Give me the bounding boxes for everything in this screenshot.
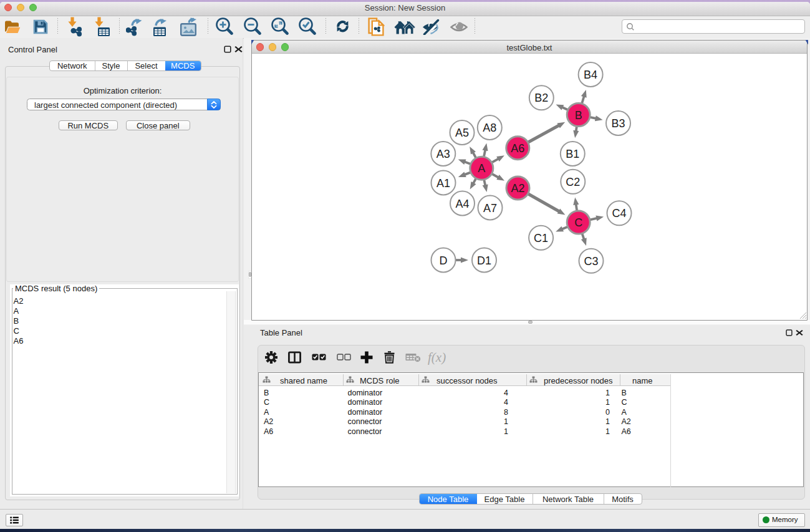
svg-text:A5: A5 [455,127,468,139]
svg-text:B: B [574,109,582,122]
svg-text:A1: A1 [436,177,450,190]
svg-text:A8: A8 [483,122,496,134]
svg-text:D: D [439,254,447,267]
svg-text:C2: C2 [566,176,580,188]
svg-text:A3: A3 [436,148,450,160]
svg-text:C: C [574,216,582,229]
svg-text:A6: A6 [511,142,524,155]
svg-text:B4: B4 [584,69,597,81]
svg-text:D1: D1 [476,254,491,267]
svg-text:B2: B2 [534,92,548,104]
svg-text:A2: A2 [511,182,524,195]
svg-text:C3: C3 [584,255,598,268]
svg-text:A: A [478,162,485,175]
svg-text:B1: B1 [566,148,579,160]
svg-text:B3: B3 [611,117,625,130]
svg-text:C1: C1 [534,232,548,244]
svg-text:A7: A7 [483,202,496,215]
svg-text:C4: C4 [612,207,626,220]
svg-text:A4: A4 [455,198,469,210]
